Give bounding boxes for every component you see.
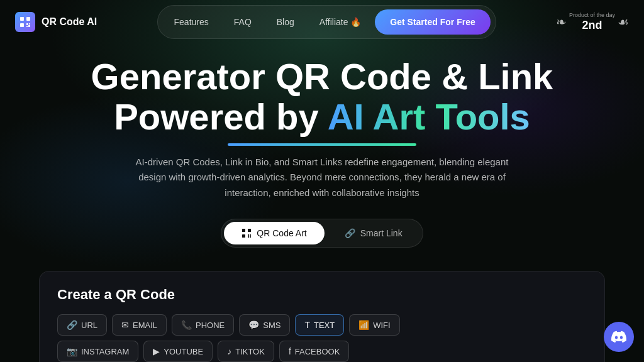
svg-rect-3 (26, 23, 28, 25)
hero-title-line1: Generator QR Code & Link (91, 56, 553, 97)
type-buttons-row1: 🔗 URL ✉ EMAIL 📞 PHONE 💬 SMS T TEXT 📶 WIF… (57, 314, 587, 336)
logo-icon (15, 12, 35, 32)
badge-text: Product of the day (569, 12, 615, 19)
type-btn-url[interactable]: 🔗 URL (57, 314, 107, 336)
type-btn-tiktok[interactable]: ♪ TIKTOK (218, 341, 274, 362)
nav-links: Features FAQ Blog Affiliate 🔥 Get Starte… (157, 5, 496, 39)
email-label: EMAIL (133, 321, 157, 330)
hero-gradient-text: AI Art Tools (328, 96, 530, 137)
type-btn-text[interactable]: T TEXT (295, 314, 344, 336)
smart-link-icon: 🔗 (345, 228, 355, 238)
tabs-container: QR Code Art 🔗 Smart Link (0, 219, 644, 248)
hero-description: AI-driven QR Codes, Link in Bio, and Sma… (133, 155, 511, 201)
tab-qr-code-art-label: QR Code Art (257, 228, 306, 238)
get-started-button[interactable]: Get Started For Free (375, 9, 490, 35)
type-btn-wifi[interactable]: 📶 WIFI (349, 314, 399, 336)
panel-title: Create a QR Code (57, 287, 587, 303)
title-underline (228, 143, 416, 146)
type-btn-facebook[interactable]: f FACEBOOK (279, 341, 349, 362)
tabs-wrapper: QR Code Art 🔗 Smart Link (221, 219, 423, 248)
nav-faq[interactable]: FAQ (223, 12, 263, 32)
discord-fab[interactable] (604, 322, 634, 352)
url-icon: 🔗 (67, 320, 77, 330)
svg-rect-6 (28, 25, 30, 27)
instagram-label: INSTAGRAM (81, 347, 129, 356)
youtube-icon: ▶ (153, 346, 160, 356)
nav-features[interactable]: Features (163, 12, 220, 32)
badge-rank: 2nd (582, 19, 602, 32)
svg-rect-4 (29, 23, 30, 25)
tab-qr-code-art[interactable]: QR Code Art (224, 222, 324, 244)
svg-rect-7 (242, 229, 245, 232)
logo-area[interactable]: QR Code AI (15, 12, 97, 32)
qr-icon (242, 228, 252, 238)
svg-rect-10 (248, 234, 249, 236)
text-icon: T (304, 320, 310, 330)
hero-title: Generator QR Code & Link Powered by AI A… (13, 57, 631, 137)
email-icon: ✉ (121, 320, 129, 330)
svg-rect-1 (26, 17, 30, 21)
tab-smart-link[interactable]: 🔗 Smart Link (327, 222, 420, 244)
type-btn-instagram[interactable]: 📷 INSTAGRAM (57, 341, 138, 362)
url-label: URL (81, 321, 97, 330)
type-btn-sms[interactable]: 💬 SMS (239, 314, 290, 336)
svg-rect-2 (20, 23, 24, 27)
facebook-label: FACEBOOK (295, 347, 340, 356)
phone-icon: 📞 (181, 320, 192, 330)
phone-label: PHONE (196, 321, 225, 330)
hero-section: Generator QR Code & Link Powered by AI A… (0, 44, 644, 201)
laurel-right: ☙ (618, 14, 629, 30)
svg-rect-11 (250, 234, 251, 236)
brand-name: QR Code AI (42, 16, 97, 28)
youtube-label: YOUTUBE (164, 347, 203, 356)
nav-blog[interactable]: Blog (265, 12, 306, 32)
facebook-icon: f (289, 346, 291, 356)
tiktok-icon: ♪ (227, 346, 231, 356)
type-btn-email[interactable]: ✉ EMAIL (112, 314, 167, 336)
svg-rect-8 (248, 229, 251, 232)
svg-rect-5 (26, 26, 28, 27)
navbar: QR Code AI Features FAQ Blog Affiliate 🔥… (0, 0, 644, 44)
tiktok-label: TIKTOK (235, 347, 265, 356)
svg-rect-0 (20, 17, 24, 21)
type-btn-youtube[interactable]: ▶ YOUTUBE (143, 341, 213, 362)
discord-icon (611, 329, 626, 344)
wifi-label: WIFI (373, 321, 390, 330)
sms-label: SMS (263, 321, 280, 330)
wifi-icon: 📶 (358, 320, 369, 330)
sms-icon: 💬 (248, 320, 259, 330)
svg-rect-9 (242, 234, 245, 238)
bottom-panel: Create a QR Code 🔗 URL ✉ EMAIL 📞 PHONE 💬… (39, 271, 605, 362)
text-label: TEXT (314, 321, 335, 330)
nav-affiliate[interactable]: Affiliate 🔥 (308, 12, 373, 32)
product-badge: ❧ Product of the day 2nd ☙ (556, 12, 629, 32)
type-btn-phone[interactable]: 📞 PHONE (172, 314, 234, 336)
type-buttons-row2: 📷 INSTAGRAM ▶ YOUTUBE ♪ TIKTOK f FACEBOO… (57, 341, 587, 362)
instagram-icon: 📷 (67, 346, 77, 356)
hero-title-line2: Powered by AI Art Tools (13, 97, 631, 137)
svg-rect-12 (248, 236, 249, 238)
laurel-left: ❧ (556, 14, 567, 30)
svg-rect-13 (250, 236, 251, 238)
tab-smart-link-label: Smart Link (360, 228, 402, 238)
